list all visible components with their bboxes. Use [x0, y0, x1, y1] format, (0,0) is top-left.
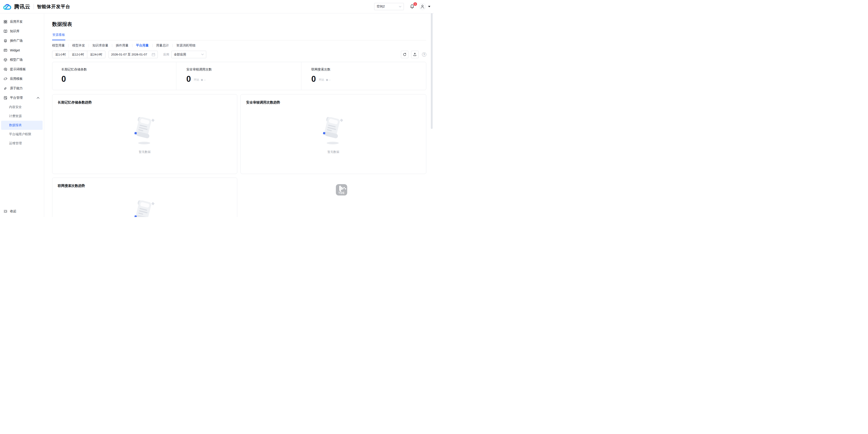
- compare-label: 环比: [194, 78, 199, 82]
- tab-model-usage[interactable]: 模型用量: [52, 43, 65, 47]
- product-title: 智能体开发平台: [37, 4, 70, 10]
- sidebar-subitem-label: 运维管理: [9, 141, 22, 145]
- filter-row: 近1小时 近12小时 近24小时 2026-01-07 至 2026-01-07…: [52, 51, 426, 58]
- avatar[interactable]: [419, 3, 426, 10]
- sidebar-item-atomic-capabilities[interactable]: 原子能力: [0, 84, 44, 93]
- sidebar-item-label: 应用开发: [10, 20, 39, 24]
- tencent-cloud-logo-icon: [3, 3, 12, 10]
- chart-title: 长期记忆存储条数趋势: [52, 95, 237, 105]
- sidebar-nav: 应用开发 知识库 插件广场 Widget: [0, 13, 44, 148]
- compare-label: 环比: [319, 78, 324, 82]
- sidebar: 应用开发 知识库 插件广场 Widget: [0, 13, 44, 217]
- compare-square-icon: [201, 79, 203, 81]
- primary-tabs: 资源看板: [52, 33, 426, 40]
- tab-platform-usage[interactable]: 平台用量: [136, 43, 149, 47]
- time-button-24h[interactable]: 近24小时: [87, 51, 105, 58]
- tab-divider: [132, 44, 132, 47]
- help-icon[interactable]: ?: [422, 52, 426, 57]
- sidebar-subitem-billing-resources[interactable]: 计费资源: [1, 112, 42, 121]
- sidebar-collapse-button[interactable]: 收起: [0, 206, 44, 217]
- tab-kb-capacity[interactable]: 知识库容量: [92, 43, 108, 47]
- sidebar-item-label: 原子能力: [10, 86, 39, 90]
- chart-card-web-search-trend: 联网搜索次数趋势 暂无数据: [52, 177, 237, 217]
- collapse-icon: [3, 209, 7, 213]
- sidebar-subitem-content-safety[interactable]: 内容安全: [1, 103, 42, 112]
- stat-value: 0: [61, 75, 66, 84]
- sidebar-item-model-market[interactable]: 模型广场: [0, 55, 44, 65]
- sidebar-subitem-label: 内容安全: [9, 105, 22, 109]
- orbit-icon: [3, 77, 7, 81]
- empty-scroll-illustration: [321, 117, 345, 145]
- chart-title: 联网搜索次数趋势: [52, 178, 237, 188]
- export-icon: [413, 53, 417, 57]
- sidebar-item-label: 知识库: [10, 29, 39, 33]
- notification-badge: 1: [413, 2, 417, 6]
- tab-usage-total[interactable]: 用量总计: [156, 43, 169, 47]
- grid-icon: [3, 20, 7, 24]
- main-content: 数据报表 资源看板 模型用量 模型并发 知识库容量 插件用量 平台用量 用量总计…: [44, 13, 434, 217]
- tab-divider: [89, 44, 89, 47]
- sidebar-subitem-label: 平台端用户权限: [9, 132, 31, 136]
- date-range-input[interactable]: 2026-01-07 至 2026-01-07: [108, 51, 158, 58]
- sidebar-subitem-platform-user-permissions[interactable]: 平台端用户权限: [1, 130, 42, 139]
- tde-label: TDE: [338, 191, 345, 195]
- sidebar-item-platform-management[interactable]: 平台管理: [0, 93, 44, 103]
- workspace-select[interactable]: 空间2: [374, 3, 404, 10]
- empty-text: 暂无数据: [328, 150, 339, 154]
- app-select[interactable]: 全部应用: [171, 51, 206, 58]
- sidebar-item-prompt-templates[interactable]: 提示词模板: [0, 65, 44, 74]
- topbar: 腾讯云 智能体开发平台 空间2 1: [0, 0, 434, 13]
- refresh-icon: [403, 53, 407, 57]
- sidebar-item-label: 平台管理: [10, 96, 37, 100]
- sidebar-item-app-templates[interactable]: 应用模板: [0, 74, 44, 84]
- tab-resource-board[interactable]: 资源看板: [52, 33, 65, 40]
- sidebar-item-label: 提示词模板: [10, 67, 39, 71]
- empty-state: 暂无数据: [52, 200, 237, 217]
- time-range-group: 近1小时 近12小时 近24小时: [52, 51, 105, 58]
- time-button-1h[interactable]: 近1小时: [52, 51, 69, 58]
- tab-plugin-usage[interactable]: 插件用量: [116, 43, 128, 47]
- page-title: 数据报表: [52, 21, 426, 28]
- stat-compare: 环比 –: [319, 78, 331, 82]
- topbar-right: 空间2 1: [374, 3, 430, 10]
- refresh-button[interactable]: [401, 51, 408, 58]
- app-select-value: 全部应用: [174, 53, 186, 57]
- cube-icon: [3, 58, 7, 62]
- stat-security-audit: 安全审核调用次数 0 环比 –: [176, 62, 301, 90]
- chart-card-long-term-memory-trend: 长期记忆存储条数趋势 暂无数据: [52, 94, 237, 174]
- sidebar-item-plugin-market[interactable]: 插件广场: [0, 36, 44, 45]
- tab-resource-consumption-detail[interactable]: 资源消耗明细: [176, 43, 195, 47]
- secondary-tabs: 模型用量 模型并发 知识库容量 插件用量 平台用量 用量总计 资源消耗明细: [52, 43, 426, 47]
- empty-text: 暂无数据: [139, 150, 151, 154]
- tab-divider: [112, 44, 112, 47]
- compare-value: –: [329, 78, 331, 81]
- tab-model-concurrency[interactable]: 模型并发: [72, 43, 85, 47]
- sidebar-subitem-label: 数据报表: [9, 123, 22, 127]
- chevron-down-icon: [399, 6, 401, 7]
- caret-down-icon[interactable]: [428, 6, 430, 7]
- chevron-up-icon: [37, 97, 39, 99]
- stat-value: 0: [311, 75, 316, 84]
- sidebar-item-knowledge-base[interactable]: 知识库: [0, 27, 44, 36]
- empty-scroll-illustration: [133, 117, 157, 145]
- tde-watermark: TDE: [336, 184, 347, 196]
- user-icon: [419, 3, 426, 10]
- doc-gear-icon: [3, 96, 7, 100]
- notifications-button[interactable]: 1: [410, 4, 414, 9]
- brand: 腾讯云 智能体开发平台: [3, 3, 70, 10]
- compare-value: –: [204, 78, 206, 81]
- tab-divider: [68, 44, 69, 47]
- export-button[interactable]: [411, 51, 418, 58]
- stat-web-search: 联网搜索次数 0 环比 –: [301, 62, 426, 90]
- plug-icon: [3, 86, 7, 90]
- sidebar-subitem-ops-management[interactable]: 运维管理: [1, 139, 42, 148]
- scrollbar[interactable]: [431, 13, 433, 129]
- empty-state: 暂无数据: [241, 117, 426, 154]
- sidebar-item-widget[interactable]: Widget: [0, 45, 44, 55]
- time-button-12h[interactable]: 近12小时: [69, 51, 87, 58]
- chevron-down-icon: [201, 54, 204, 55]
- stat-label: 长期记忆存储条数: [61, 67, 176, 72]
- sidebar-subitem-data-reports[interactable]: 数据报表: [1, 121, 42, 130]
- sidebar-item-app-dev[interactable]: 应用开发: [0, 17, 44, 27]
- tab-divider: [152, 44, 153, 47]
